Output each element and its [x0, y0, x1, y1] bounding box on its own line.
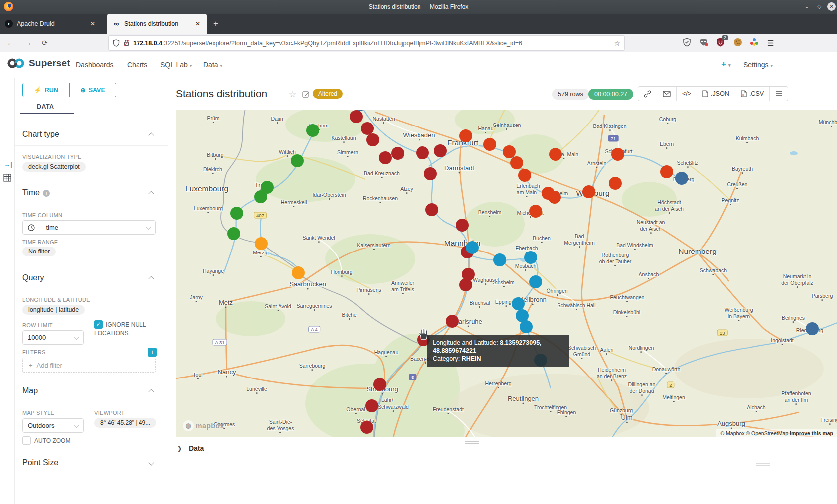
map-point-main[interactable]	[459, 129, 472, 142]
section-map[interactable]: Map	[22, 386, 38, 395]
map-point-main[interactable]	[518, 169, 531, 182]
url-field[interactable]: 172.18.0.4:32251/superset/explore/?form_…	[109, 36, 624, 50]
map-point-rhein[interactable]	[456, 219, 469, 232]
map-point-main[interactable]	[549, 148, 562, 161]
map-point-main[interactable]	[483, 138, 496, 151]
insecure-lock-icon[interactable]	[123, 39, 130, 47]
share-link-button[interactable]	[638, 87, 657, 101]
map-point-main[interactable]	[609, 177, 622, 190]
dataset-grid-icon[interactable]	[3, 174, 11, 184]
export-json-button[interactable]: .JSON	[697, 87, 735, 101]
chevron-up-icon[interactable]	[148, 191, 154, 196]
south-pane-drag-handle[interactable]	[465, 441, 479, 442]
map-point-mosel[interactable]	[230, 207, 243, 220]
map-point-main[interactable]	[582, 185, 595, 198]
map-point-donau[interactable]	[806, 322, 819, 335]
map-point-rhein[interactable]	[379, 151, 392, 164]
superset-logo[interactable]: Superset	[7, 58, 70, 69]
nav-sql-lab[interactable]: SQL Lab▾	[160, 61, 192, 69]
map-point-neckar[interactable]	[512, 297, 525, 310]
back-icon[interactable]: ←	[7, 39, 14, 47]
shield-icon[interactable]	[113, 39, 120, 47]
time-range-value[interactable]: No filter	[22, 247, 56, 256]
time-column-select[interactable]: __time	[22, 220, 156, 235]
section-time[interactable]: Time	[22, 188, 40, 197]
map-point-neckar[interactable]	[466, 241, 479, 254]
map-point-rhein[interactable]	[365, 399, 378, 412]
data-panel-toggle[interactable]: ❯ Data	[177, 444, 204, 452]
section-point-size[interactable]: Point Size	[22, 458, 58, 467]
map-point-neckar[interactable]	[520, 320, 533, 333]
map-point-mosel[interactable]	[291, 154, 304, 167]
map-point-rhein[interactable]	[373, 378, 386, 391]
map-point-saar[interactable]	[255, 237, 268, 250]
tab-close-icon[interactable]: ✕	[194, 20, 202, 27]
new-tab-button[interactable]: +	[213, 19, 218, 29]
improve-map-link[interactable]: Improve this map	[790, 430, 833, 436]
map-point-main[interactable]	[548, 191, 561, 204]
nav-charts[interactable]: Charts	[127, 61, 147, 69]
side-drag-handle[interactable]	[756, 463, 770, 464]
nav-data[interactable]: Data▾	[203, 61, 222, 69]
run-button[interactable]: ⚡RUN	[23, 83, 69, 97]
side-drag-handle[interactable]	[756, 465, 770, 466]
tab-apache-druid[interactable]: ◗ Apache Druid ✕	[0, 14, 102, 34]
multicolor-extension-icon[interactable]	[750, 38, 759, 49]
deckgl-scatterplot-map[interactable]: PrümDaunCochemNastättenGelnhausenHanauBa…	[176, 110, 837, 437]
bookmark-star-icon[interactable]: ☆	[614, 39, 620, 47]
favorite-star-icon[interactable]: ☆	[289, 89, 296, 100]
expand-datasource-icon[interactable]: →|	[4, 161, 12, 168]
lonlat-value[interactable]: longitude | latitude	[22, 305, 85, 315]
more-options-icon[interactable]	[770, 87, 788, 101]
settings-menu[interactable]: Settings▾	[743, 61, 773, 69]
privacy-mask-icon[interactable]	[699, 38, 708, 49]
mapbox-logo[interactable]: ◍ mapbox	[183, 420, 224, 431]
auto-zoom-checkbox[interactable]	[22, 436, 31, 445]
map-point-main[interactable]	[529, 205, 542, 218]
info-icon[interactable]: i	[43, 190, 50, 197]
map-point-saar[interactable]	[292, 266, 305, 279]
map-point-mosel[interactable]	[254, 190, 267, 203]
map-point-rhein[interactable]	[446, 315, 459, 328]
chevron-up-icon[interactable]	[148, 132, 154, 138]
tab-data[interactable]: DATA	[37, 103, 54, 110]
map-point-rhein[interactable]	[434, 144, 447, 157]
add-filter-plus-button[interactable]: +	[148, 348, 157, 357]
window-maximize-icon[interactable]: ◇	[817, 3, 821, 10]
save-button[interactable]: ⊕SAVE	[69, 83, 116, 97]
map-point-mosel[interactable]	[227, 227, 240, 240]
pocket-shield-icon[interactable]	[683, 38, 691, 49]
map-point-rhein[interactable]	[366, 133, 379, 146]
map-point-main[interactable]	[611, 148, 624, 161]
export-csv-button[interactable]: x .CSV	[735, 87, 770, 101]
edit-icon[interactable]	[302, 90, 310, 100]
embed-code-button[interactable]: </>	[677, 87, 697, 101]
window-minimize-icon[interactable]: ⌄	[804, 3, 809, 10]
viewport-value[interactable]: 8° 46' 45.28" | 49...	[94, 418, 156, 428]
window-close-icon[interactable]: ✕	[827, 2, 836, 11]
map-point-rhein[interactable]	[350, 110, 363, 123]
ignore-null-checkbox[interactable]: ✓	[94, 320, 103, 329]
chevron-up-icon[interactable]	[148, 276, 154, 281]
map-point-neckar[interactable]	[524, 251, 537, 264]
menu-icon[interactable]: ☰	[767, 39, 774, 48]
map-point-main[interactable]	[660, 165, 673, 178]
chevron-up-icon[interactable]	[148, 389, 154, 394]
row-limit-select[interactable]: 10000	[22, 330, 84, 345]
new-item-button[interactable]: +▾	[721, 59, 730, 69]
map-point-neckar[interactable]	[529, 275, 542, 288]
map-point-neckar[interactable]	[493, 253, 506, 266]
tab-stations-distribution[interactable]: ∞ Stations distribution ✕	[107, 14, 207, 34]
south-pane-drag-handle[interactable]	[465, 443, 479, 444]
ublock-icon[interactable]: 2	[716, 38, 725, 49]
map-point-rhein[interactable]	[416, 146, 429, 159]
map-point-rhein[interactable]	[425, 203, 438, 216]
altered-badge[interactable]: Altered	[313, 89, 343, 99]
nav-dashboards[interactable]: Dashboards	[76, 61, 114, 69]
section-chart-type[interactable]: Chart type	[22, 130, 59, 139]
cookie-icon[interactable]	[733, 38, 742, 49]
viz-type-value[interactable]: deck.gl Scatterplot	[22, 162, 86, 172]
map-point-rhein[interactable]	[459, 278, 472, 291]
map-point-main[interactable]	[510, 156, 523, 169]
add-filter-box[interactable]: +Add filter	[22, 358, 156, 373]
